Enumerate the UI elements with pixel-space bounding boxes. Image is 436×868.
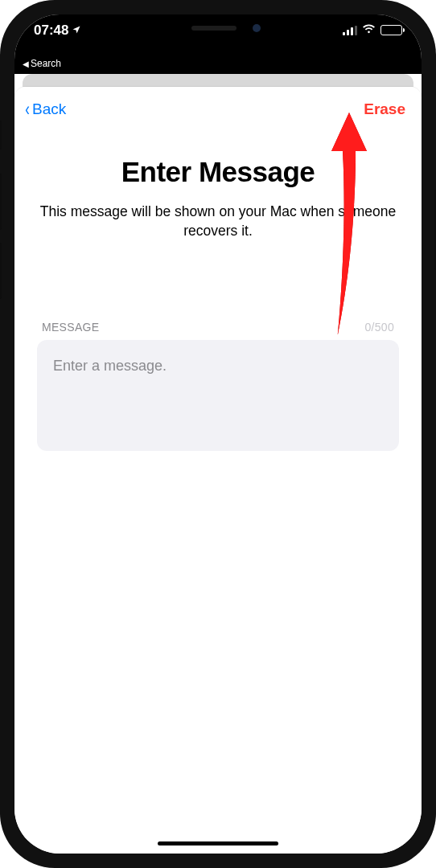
message-section: MESSAGE 0/500 [14, 321, 422, 454]
silent-switch [0, 121, 2, 149]
breadcrumb-caret-icon: ◀ [23, 59, 29, 68]
home-indicator[interactable] [158, 841, 278, 845]
location-arrow-icon [72, 24, 81, 37]
erase-button-label: Erase [364, 100, 405, 117]
volume-up-button [0, 174, 2, 230]
nav-bar: ‹ Back Erase [14, 87, 422, 125]
field-section-label: MESSAGE [42, 321, 99, 334]
page-title: Enter Message [39, 156, 397, 188]
erase-button[interactable]: Erase [364, 100, 405, 118]
title-block: Enter Message This message will be shown… [14, 125, 422, 240]
message-textarea[interactable] [37, 340, 399, 451]
screen: 07:48 ◀ [14, 14, 422, 854]
device-notch [125, 14, 311, 42]
chevron-left-icon: ‹ [25, 100, 30, 119]
status-breadcrumb[interactable]: ◀ Search [14, 58, 422, 74]
cellular-signal-icon [343, 26, 357, 35]
back-button-label: Back [32, 100, 66, 118]
modal-sheet: ‹ Back Erase Enter Message This message … [14, 87, 422, 854]
device-bezel: 07:48 ◀ [14, 14, 422, 854]
status-left: 07:48 [34, 23, 81, 39]
battery-icon [380, 25, 402, 35]
char-count: 0/500 [364, 321, 394, 334]
sheet-backdrop-card [23, 74, 413, 87]
breadcrumb-label: Search [31, 58, 61, 69]
page-subtitle: This message will be shown on your Mac w… [39, 203, 397, 240]
back-button[interactable]: ‹ Back [24, 100, 66, 119]
device-frame: 07:48 ◀ [0, 0, 436, 868]
status-time: 07:48 [34, 23, 68, 39]
field-header: MESSAGE 0/500 [37, 321, 399, 340]
status-right [343, 23, 402, 36]
front-camera [253, 24, 261, 32]
volume-down-button [0, 243, 2, 299]
wifi-icon [362, 24, 376, 36]
earpiece-speaker [191, 26, 237, 31]
